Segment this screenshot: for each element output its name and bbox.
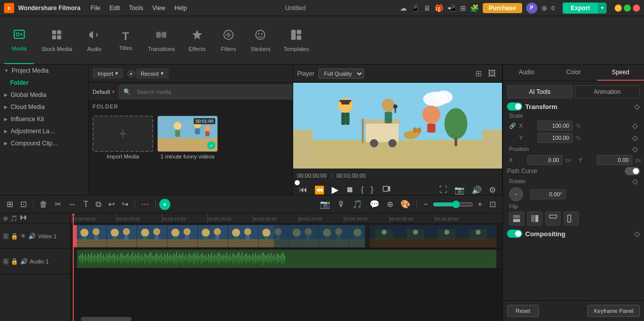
audio-waveform[interactable]	[77, 250, 496, 268]
keyframe-panel-button[interactable]: Keyframe Panel	[587, 305, 640, 317]
toolbar-templates[interactable]: Templates	[278, 16, 315, 64]
reset-button[interactable]: Reset	[507, 305, 539, 317]
panel-cloud-media[interactable]: ▶ Cloud Media	[0, 101, 88, 113]
stop-button[interactable]: ⏹	[344, 184, 356, 195]
ai-tools-tab[interactable]: AI Tools	[507, 85, 573, 98]
tl-camera-btn[interactable]: 📷	[317, 198, 333, 210]
phone-icon[interactable]: 📱	[411, 4, 420, 12]
compositing-toggle[interactable]	[507, 230, 522, 238]
tab-audio[interactable]: Audio	[503, 65, 550, 81]
grid-view-button[interactable]: ⊞	[473, 68, 484, 79]
profile-button[interactable]: P	[526, 3, 537, 14]
points-icon[interactable]: ⊕	[541, 4, 547, 12]
mark-in-button[interactable]	[381, 184, 393, 196]
snapshot-button[interactable]: 📷	[452, 184, 467, 196]
import-button[interactable]: Import ▾	[93, 68, 123, 79]
timeline-cut-button[interactable]: ✂	[52, 198, 64, 210]
tab-speed[interactable]: Speed	[597, 65, 644, 81]
monitor-icon[interactable]: 🖥	[424, 4, 431, 12]
puzzle-icon[interactable]: 🧩	[470, 4, 479, 12]
timeline-magnet-button[interactable]: ⊡	[18, 198, 29, 210]
panel-project-media[interactable]: ▼ Project Media	[0, 65, 88, 77]
video-eye-icon[interactable]: 👁	[20, 233, 26, 240]
zoom-in-button[interactable]: +	[475, 199, 485, 210]
toolbar-stock-media[interactable]: Stock Media	[35, 16, 78, 64]
close-button[interactable]: ×	[633, 5, 640, 12]
timeline-ripple-button[interactable]: ↔	[66, 199, 79, 210]
menu-view[interactable]: View	[148, 4, 169, 13]
menu-file[interactable]: File	[86, 4, 104, 13]
video-mute-icon[interactable]: 🔊	[28, 233, 36, 240]
export-button[interactable]: Export	[563, 3, 598, 14]
rotate-keyframe[interactable]: ◇	[632, 177, 638, 185]
flip-btn3[interactable]	[545, 211, 561, 226]
panel-adjustment-layer[interactable]: ▶ Adjustment La...	[0, 125, 88, 137]
toolbar-stickers[interactable]: Stickers	[245, 16, 277, 64]
video-lock-icon[interactable]: 🔒	[11, 233, 18, 240]
rotate-input[interactable]	[530, 189, 566, 199]
path-curve-toggle[interactable]	[625, 167, 640, 175]
toolbar-audio[interactable]: Audio	[79, 16, 110, 64]
add-audio-track-button[interactable]: 🎵	[10, 215, 18, 222]
flip-btn4[interactable]	[564, 211, 579, 226]
flip-horizontal-button[interactable]	[527, 211, 542, 226]
scale-x-input[interactable]	[537, 121, 573, 131]
grid-icon[interactable]: ⊞	[460, 4, 466, 12]
panel-folder[interactable]: Folder	[0, 77, 88, 89]
device-icon[interactable]: 📲	[447, 4, 456, 12]
split-icon-button[interactable]	[20, 214, 27, 223]
gift-icon[interactable]: 🎁	[435, 4, 443, 12]
minimize-button[interactable]: −	[615, 5, 622, 12]
playhead-button[interactable]: ●	[159, 199, 170, 210]
default-dropdown[interactable]: Default ▾	[93, 89, 115, 95]
in-point-button[interactable]: {	[359, 184, 365, 195]
timeline-more-button[interactable]: ⋯	[139, 198, 152, 210]
scale-y-input[interactable]	[537, 133, 573, 143]
volume-button[interactable]: 🔊	[470, 184, 484, 196]
audio-lock-icon[interactable]: 🔒	[11, 258, 18, 265]
add-video-track-button[interactable]: ⊕	[3, 215, 8, 222]
cloud-icon[interactable]: ☁	[400, 4, 407, 12]
timeline-delete-button[interactable]: 🗑	[37, 199, 50, 210]
timeline-redo-button[interactable]: ↪	[119, 198, 131, 210]
video-thumb[interactable]: 00:01:00 ✓ 1 minute funny videos	[157, 116, 218, 207]
import-media-thumb[interactable]: + Import Media	[93, 116, 153, 207]
timeline-split-button[interactable]: ⧉	[93, 199, 104, 210]
tl-color-btn[interactable]: 🎨	[398, 198, 413, 210]
tl-detect-btn[interactable]: ⊕	[384, 198, 396, 210]
skip-back-button[interactable]: ⏮	[297, 184, 309, 195]
position-x-input[interactable]	[527, 155, 563, 165]
panel-influence-kit[interactable]: ▶ Influence Kit	[0, 113, 88, 125]
scale-y-keyframe[interactable]: ◇	[632, 134, 638, 142]
record-button[interactable]: Record ▾	[135, 68, 168, 79]
purchase-button[interactable]: Purchase	[483, 3, 522, 13]
timeline-scrollbar[interactable]	[71, 317, 361, 321]
video-clip-dark[interactable]	[370, 225, 496, 247]
timeline-tracks[interactable]: 00:00:00:00 00:00:05:00 00:00:10:00 00:0…	[71, 213, 502, 321]
timeline-view-button[interactable]: ⊞	[4, 198, 16, 210]
menu-help[interactable]: Help	[170, 4, 191, 13]
zoom-slider[interactable]	[433, 200, 473, 208]
out-point-button[interactable]: }	[369, 184, 375, 195]
settings-button[interactable]: ⚙	[487, 184, 498, 196]
tl-audio-btn[interactable]: 🎵	[350, 198, 365, 210]
flip-vertical-button[interactable]	[509, 211, 524, 226]
compositing-keyframe[interactable]: ◇	[634, 230, 640, 238]
photo-view-button[interactable]: 🖼	[486, 68, 498, 79]
toolbar-filters[interactable]: Filters	[213, 16, 244, 64]
fullscreen-button[interactable]: ⛶	[437, 184, 449, 195]
toolbar-titles[interactable]: T Titles	[111, 16, 141, 64]
export-dropdown-button[interactable]: ▾	[598, 3, 607, 14]
tl-voiceover-btn[interactable]: 🎙	[335, 199, 348, 210]
panel-compound-clip[interactable]: ▶ Compound Clip...	[0, 137, 88, 149]
quality-select[interactable]: Full Quality 1/2 Quality 1/4 Quality	[318, 69, 364, 79]
panel-global-media[interactable]: ▶ Global Media	[0, 89, 88, 101]
timeline-undo-button[interactable]: ↩	[106, 198, 117, 210]
timeline-text-button[interactable]: T	[81, 199, 91, 210]
toolbar-effects[interactable]: Effects	[182, 16, 212, 64]
menu-edit[interactable]: Edit	[105, 4, 124, 13]
audio-mute-icon[interactable]: 🔊	[20, 258, 28, 265]
step-back-button[interactable]: ⏪	[312, 184, 327, 196]
transform-toggle[interactable]	[507, 102, 522, 111]
scale-x-keyframe[interactable]: ◇	[632, 122, 638, 130]
